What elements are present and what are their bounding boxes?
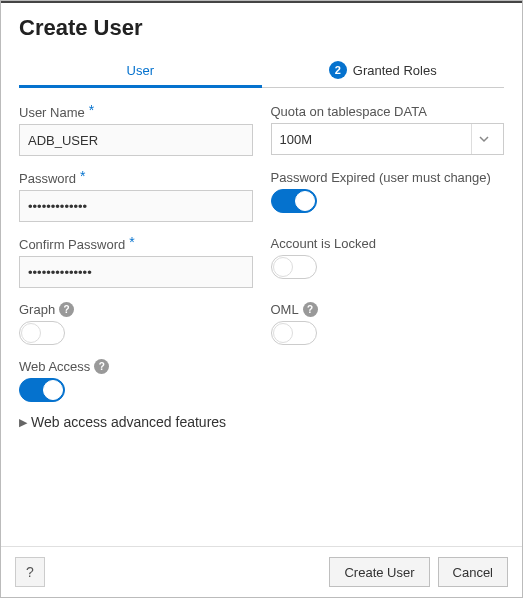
help-icon[interactable]: ? [303, 302, 318, 317]
label-quota: Quota on tablespace DATA [271, 104, 505, 119]
web-access-advanced-disclosure[interactable]: ▶ Web access advanced features [1, 406, 522, 430]
graph-toggle[interactable] [19, 321, 65, 345]
help-icon: ? [26, 564, 34, 580]
dialog-footer: ? Create User Cancel [1, 546, 522, 597]
tab-bar: User 2 Granted Roles [1, 51, 522, 88]
dialog-title: Create User [19, 15, 504, 41]
field-oml: OML ? [271, 302, 505, 345]
required-indicator: * [80, 168, 85, 184]
spacer-cell [271, 359, 505, 402]
web-access-toggle[interactable] [19, 378, 65, 402]
field-confirm-password: Confirm Password * [19, 236, 253, 288]
user-name-input[interactable] [19, 124, 253, 156]
cancel-button[interactable]: Cancel [438, 557, 508, 587]
field-user-name: User Name * [19, 104, 253, 156]
help-icon[interactable]: ? [94, 359, 109, 374]
chevron-down-icon [471, 124, 495, 154]
roles-count-badge: 2 [329, 61, 347, 79]
field-password-expired: Password Expired (user must change) [271, 170, 505, 222]
label-graph: Graph ? [19, 302, 253, 317]
password-expired-toggle[interactable] [271, 189, 317, 213]
label-oml: OML ? [271, 302, 505, 317]
toggle-knob [273, 323, 293, 343]
label-confirm-password: Confirm Password * [19, 236, 253, 252]
field-account-locked: Account is Locked [271, 236, 505, 288]
tab-granted-roles[interactable]: 2 Granted Roles [262, 51, 505, 88]
password-input[interactable] [19, 190, 253, 222]
disclosure-triangle-icon: ▶ [19, 416, 27, 429]
toggle-knob [43, 380, 63, 400]
quota-value: 100M [280, 132, 313, 147]
help-icon[interactable]: ? [59, 302, 74, 317]
field-web-access: Web Access ? [19, 359, 253, 402]
toggle-knob [295, 191, 315, 211]
label-user-name: User Name * [19, 104, 253, 120]
tab-user[interactable]: User [19, 51, 262, 88]
field-password: Password * [19, 170, 253, 222]
toggle-knob [273, 257, 293, 277]
help-button[interactable]: ? [15, 557, 45, 587]
label-web-access: Web Access ? [19, 359, 253, 374]
required-indicator: * [89, 102, 94, 118]
label-password: Password * [19, 170, 253, 186]
oml-toggle[interactable] [271, 321, 317, 345]
field-graph: Graph ? [19, 302, 253, 345]
toggle-knob [21, 323, 41, 343]
account-locked-toggle[interactable] [271, 255, 317, 279]
required-indicator: * [129, 234, 134, 250]
dialog-header: Create User [1, 1, 522, 51]
flex-spacer [1, 430, 522, 546]
advanced-label: Web access advanced features [31, 414, 226, 430]
field-quota: Quota on tablespace DATA 100M [271, 104, 505, 156]
confirm-password-input[interactable] [19, 256, 253, 288]
tab-roles-label: Granted Roles [353, 63, 437, 78]
label-password-expired: Password Expired (user must change) [271, 170, 505, 185]
create-user-button[interactable]: Create User [329, 557, 429, 587]
tab-user-label: User [127, 63, 154, 78]
quota-select[interactable]: 100M [271, 123, 505, 155]
form-area: User Name * Quota on tablespace DATA 100… [1, 88, 522, 406]
label-account-locked: Account is Locked [271, 236, 505, 251]
